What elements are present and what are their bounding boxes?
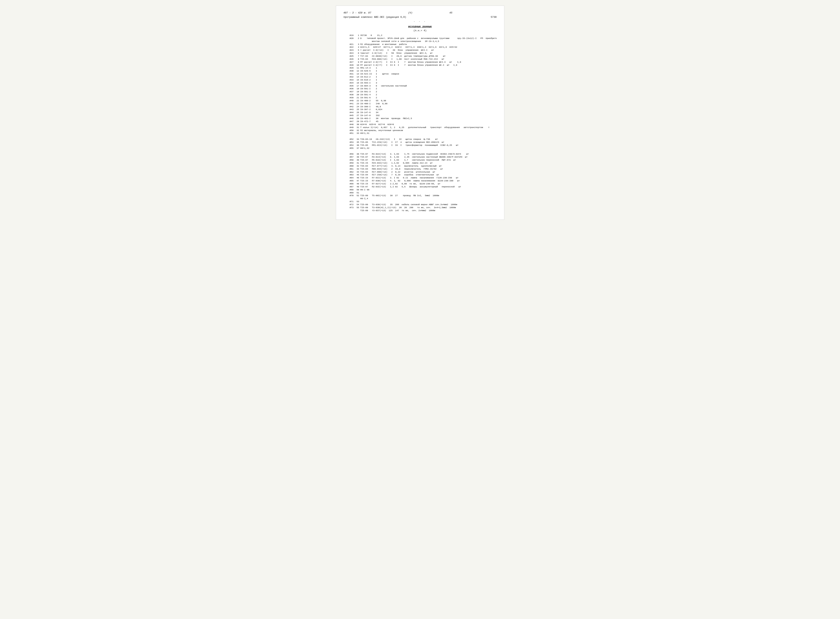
line-num-left: И55 bbox=[347, 147, 354, 150]
line-num-right bbox=[355, 135, 359, 138]
line-number-pair: И7254 bbox=[344, 203, 359, 206]
line-number-pair: И213 bbox=[344, 43, 359, 46]
data-line: Н24=1,5 Н25=27 Н27=1,2 Н28=2 Н37=1,4 Н38… bbox=[360, 46, 497, 49]
line-num-right: 51 bbox=[355, 191, 359, 194]
header-top: 407 - 3 - 420 м. 87 (V) 45 bbox=[344, 11, 497, 14]
header-params: (п.н.= 4) bbox=[344, 29, 497, 32]
line-num-right: 41 bbox=[355, 161, 359, 164]
line-num-right: 33 bbox=[355, 132, 359, 135]
line-number-pair: И5739 bbox=[344, 155, 359, 158]
line-num-right: 18 bbox=[355, 87, 359, 90]
data-line: I8-400-2 55 0,98 bbox=[360, 99, 497, 102]
line-num-right: 49 bbox=[355, 185, 359, 188]
data-line: ПТ расчет I-9(=7) I I4 6 I 7 монтаж блок… bbox=[360, 64, 497, 67]
line-number-pair: И5941 bbox=[344, 161, 359, 164]
line-number-pair: И4325 bbox=[344, 108, 359, 111]
line-num-right: 17 bbox=[355, 84, 359, 87]
line-num-right: 6 bbox=[355, 52, 359, 55]
line-num-left: И38 bbox=[347, 93, 354, 96]
line-num-right: 30 bbox=[355, 123, 359, 126]
line-num-left: И63 bbox=[347, 173, 354, 176]
line-num-left: И48 bbox=[347, 123, 354, 126]
line-number-pair: И6648 bbox=[344, 182, 359, 185]
line-num-left: И52 bbox=[347, 138, 354, 141]
data-line: Н9-I,4 bbox=[360, 197, 497, 200]
data-line: I8-591-6 2 bbox=[360, 96, 497, 99]
line-num-right: 15 bbox=[355, 78, 359, 81]
line-num-left: И68 bbox=[347, 188, 354, 191]
line-num-right: 35 bbox=[355, 141, 359, 144]
line-number-pair: И3719 bbox=[344, 90, 359, 93]
doc-version: (V) bbox=[408, 11, 413, 14]
line-num-right: 48 bbox=[355, 182, 359, 185]
data-line: трасчет 2-9(=14) I 59 блок управления ШС… bbox=[360, 52, 497, 55]
line-num-right: 29 bbox=[355, 120, 359, 123]
data-line: ТI7-04 пI-0040(=14) I 20,6 датчик темпер… bbox=[360, 55, 497, 58]
line-number-pair: И4527 bbox=[344, 114, 359, 117]
line-num-right: 7 bbox=[355, 55, 359, 58]
data-line: I8-403-I 30 монтаж провода ПВIxI,5 bbox=[360, 117, 497, 120]
line-num-left: И40 bbox=[347, 99, 354, 102]
line-num-left: И69 bbox=[347, 191, 354, 194]
data-line: I8-529-5 I bbox=[360, 69, 497, 72]
data-line bbox=[360, 135, 497, 138]
line-num-right: 4 bbox=[355, 46, 359, 49]
data-line: I8-610-2 I bbox=[360, 78, 497, 81]
data-line: Т29-03-19 п6-242(=13) I 3I щиток сварки … bbox=[360, 138, 497, 141]
data-line: ТI5-I5 П7-0II(=13) 3. I 02 0.II лампа на… bbox=[360, 176, 497, 179]
line-num-right: 14 bbox=[355, 75, 359, 78]
data-line: I8-604-3 6 светильник настенный bbox=[360, 84, 497, 87]
line-num-left: И26 bbox=[347, 58, 354, 61]
line-num-left: И42 bbox=[347, 105, 354, 108]
line-num-left: И50 bbox=[347, 129, 354, 132]
line-number-pair: И3921 bbox=[344, 96, 359, 99]
line-number-pair: И7052 bbox=[344, 194, 359, 197]
line-num-right: 27 bbox=[355, 114, 359, 117]
line-num-left: И33 bbox=[347, 78, 354, 81]
data-line: I8-472-7 45 bbox=[360, 120, 497, 123]
data-line: ТI5-07 П3-022(=13) 3. I,03 I,75 светильн… bbox=[360, 153, 497, 155]
line-num-left: И47 bbox=[347, 120, 354, 123]
line-num-left: И44 bbox=[347, 111, 354, 114]
line-num-right: 36 bbox=[355, 144, 359, 147]
data-line: ТI5-05 ТI2-2I9(=13) I I7 4 щиток освещен… bbox=[360, 141, 497, 144]
program-number: 5730 bbox=[491, 16, 496, 18]
data-line: ТI5-04 П06-033(=13) 2 I0,8 переключатель… bbox=[360, 167, 497, 170]
line-num-right: 2 bbox=[355, 37, 359, 40]
line-number-pair: И6446 bbox=[344, 176, 359, 179]
data-line: I8-398-I 48,8 bbox=[360, 105, 497, 108]
data-line: I8-147-6 34 bbox=[360, 111, 497, 114]
line-number-pair: И3820 bbox=[344, 93, 359, 96]
line-number-pair: И5133 bbox=[344, 132, 359, 135]
line-num-left bbox=[347, 135, 354, 138]
line-number-pair: И4628 bbox=[344, 117, 359, 120]
line-number-pair: И5537 bbox=[344, 147, 359, 150]
line-number-pair: И5335 bbox=[344, 141, 359, 144]
data-line: ТI5-09 т3-037(=13) 125 147 то же, сеч. 2… bbox=[360, 209, 497, 212]
data-line: ТI5-07 П3-014(=13) 6. I,03 2,35 светильн… bbox=[360, 155, 497, 158]
line-num-left: И51 bbox=[347, 132, 354, 135]
data-line: I8-591-4 2 bbox=[360, 93, 497, 96]
data-line: ТI5-04 ПI7-077(=13) 4. 0,14 выключатель … bbox=[360, 164, 497, 167]
data-line: ТI5-07 П2-03I(=13) I,I 02 5,5 фонарь акк… bbox=[360, 185, 497, 188]
data-line: П2 материалы, неучтенные ценником bbox=[360, 129, 497, 132]
data-line: 35730 0 21,2 bbox=[360, 34, 497, 37]
line-num-right: 21 bbox=[355, 96, 359, 99]
line-number-pair: И224 bbox=[344, 46, 359, 49]
line-num-right: 8 bbox=[355, 58, 359, 61]
line-num-left: И53 bbox=[347, 141, 354, 144]
line-num-left: И27 bbox=[347, 61, 354, 64]
data-line: ТI5-04 ПI7-090(=13) 2 0,22 розетка штепс… bbox=[360, 170, 497, 173]
data-line: монтаж силовой сети и электроосвещения З… bbox=[360, 40, 497, 43]
data-line: ТI5-09 Т5-00I(=13) 30 27 провод ПВ IxI, … bbox=[360, 194, 497, 197]
line-num-right: 3 bbox=[355, 43, 359, 46]
line-number-pair: И7355 bbox=[344, 206, 359, 209]
line-num-left bbox=[347, 150, 354, 153]
line-number-pair: И235 bbox=[344, 49, 359, 52]
line-number-pair: И7153 bbox=[344, 200, 359, 203]
line-num-left: И28 bbox=[347, 64, 354, 67]
line-num-right: 10 bbox=[355, 64, 359, 67]
line-number-pair bbox=[344, 150, 359, 153]
line-number-pair: И246 bbox=[344, 52, 359, 55]
data-line: ТI5-09 Т3-038(=13) 35 200 кабель силовой… bbox=[360, 203, 497, 206]
